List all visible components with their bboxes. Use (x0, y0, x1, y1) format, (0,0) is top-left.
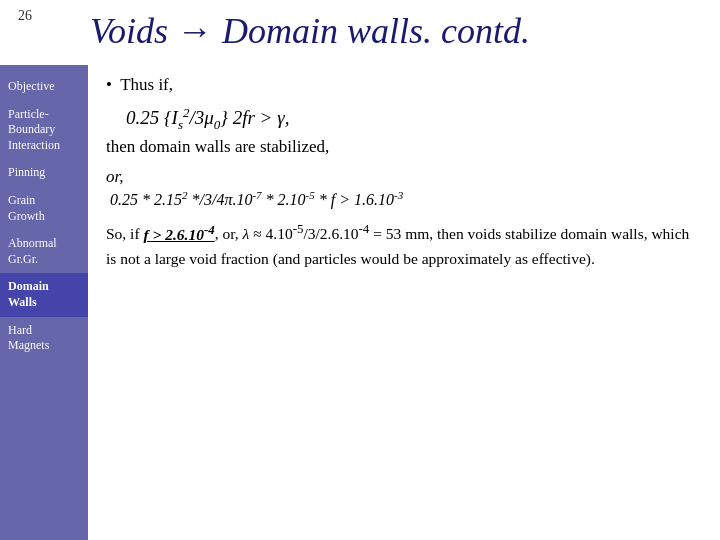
bullet-section: • Thus if, 0.25 {Is2/3μ0} 2fr > γ, then … (106, 75, 702, 271)
sidebar-item-abnormal-gr[interactable]: AbnormalGr.Gr. (0, 230, 88, 273)
or-section: or, 0.25 * 2.152 */3/4π.10-7 * 2.10-5 * … (106, 167, 702, 209)
page-title: Voids → Domain walls. contd. (90, 10, 700, 52)
or-label: or, (106, 167, 702, 187)
numerical-formula: 0.25 * 2.152 */3/4π.10-7 * 2.10-5 * f > … (110, 189, 702, 209)
formula: 0.25 {Is2/3μ0} 2fr > γ, (126, 105, 702, 133)
sidebar-item-particle-boundary[interactable]: Particle-BoundaryInteraction (0, 101, 88, 160)
sidebar-item-domain-walls[interactable]: DomainWalls (0, 273, 88, 316)
then-line: then domain walls are stabilized, (106, 137, 702, 157)
thus-if-text: • Thus if, (106, 75, 702, 95)
page-number: 26 (18, 8, 32, 24)
conclusion: So, if f > 2.6.10-4, or, λ ≈ 4.10-5/3/2.… (106, 219, 702, 270)
sidebar-item-grain-growth[interactable]: GrainGrowth (0, 187, 88, 230)
sidebar-item-hard-magnets[interactable]: HardMagnets (0, 317, 88, 360)
sidebar-item-pinning[interactable]: Pinning (0, 159, 88, 187)
sidebar: Objective Particle-BoundaryInteraction P… (0, 65, 88, 540)
main-content: • Thus if, 0.25 {Is2/3μ0} 2fr > γ, then … (88, 65, 720, 540)
sidebar-item-objective[interactable]: Objective (0, 73, 88, 101)
